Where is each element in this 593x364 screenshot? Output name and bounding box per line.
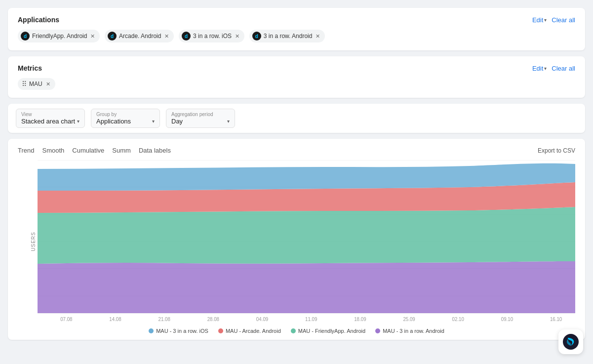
metrics-edit-chevron-icon: ▾ [544,66,547,71]
tag-label-friendly: FriendlyApp. Android [32,33,87,40]
tag-label-arcade: Arcade. Android [119,33,161,40]
applications-actions: Edit ▾ Clear all [532,16,575,24]
svg-text:18.09: 18.09 [354,317,366,322]
view-label: View [21,112,79,117]
tag-icon-3row-ios: d [182,32,191,40]
chart-legend: MAU - 3 in a row. iOS MAU - Arcade. Andr… [18,328,575,334]
tag-icon-3row-android: d [252,32,261,40]
applications-card: Applications Edit ▾ Clear all d Friendly… [8,8,585,50]
svg-text:14.08: 14.08 [109,317,121,322]
tag-label-3row-android: 3 in a row. Android [264,33,313,40]
group-by-dropdown[interactable]: Group by Applications ▾ [91,109,160,128]
chart-tools: Trend Smooth Cumulative Summ Data labels [18,147,171,154]
metrics-tags: ⠿ MAU ✕ [18,78,575,90]
legend-dot-arcade [218,328,223,333]
metrics-edit-button[interactable]: Edit ▾ [532,65,547,72]
view-dropdown[interactable]: View Stacked area chart ▾ [16,109,85,128]
legend-android: MAU - 3 in a row. Android [375,328,444,334]
svg-text:16.10: 16.10 [550,317,562,322]
group-by-value: Applications ▾ [96,118,155,125]
mau-tag-label: MAU [29,81,42,87]
aggregation-value: Day ▾ [171,118,230,125]
cumulative-tool[interactable]: Cumulative [72,147,104,154]
chart-svg: 1 000k 800k 600k 400k 200k 0 07.08 14.08… [38,160,575,323]
legend-friendly: MAU - FriendlyApp. Android [291,328,365,334]
aggregation-label: Aggregation period [171,112,230,117]
legend-label-ios: MAU - 3 in a row. iOS [156,328,208,334]
legend-ios: MAU - 3 in a row. iOS [149,328,208,334]
tag-close-3row-android[interactable]: ✕ [316,33,320,40]
svg-text:28.08: 28.08 [207,317,220,322]
group-by-label: Group by [96,112,155,117]
controls-bar: View Stacked area chart ▾ Group by Appli… [8,104,585,133]
tag-close-friendly[interactable]: ✕ [90,33,95,40]
export-csv-button[interactable]: Export to CSV [538,147,575,154]
aggregation-dropdown[interactable]: Aggregation period Day ▾ [166,109,235,128]
legend-arcade: MAU - Arcade. Android [218,328,281,334]
tag-icon-friendly: d [21,32,30,40]
mau-tag[interactable]: ⠿ MAU ✕ [18,78,55,90]
legend-dot-ios [149,328,154,333]
chart-area-green [38,207,575,264]
legend-dot-friendly [291,328,296,333]
metrics-header: Metrics Edit ▾ Clear all [18,64,575,72]
applications-header: Applications Edit ▾ Clear all [18,16,575,24]
group-by-chevron-icon: ▾ [152,119,155,124]
legend-label-android: MAU - 3 in a row. Android [383,328,444,334]
y-axis-label: USERS [31,232,36,251]
metrics-card: Metrics Edit ▾ Clear all ⠿ MAU ✕ [8,56,585,98]
svg-point-24 [563,334,579,350]
data-labels-tool[interactable]: Data labels [139,147,171,154]
svg-text:25.09: 25.09 [403,317,415,322]
applications-edit-button[interactable]: Edit ▾ [532,16,547,24]
mau-tag-close[interactable]: ✕ [46,81,50,87]
chart-toolbar: Trend Smooth Cumulative Summ Data labels… [18,147,575,154]
legend-dot-android [375,328,380,333]
legend-label-friendly: MAU - FriendlyApp. Android [298,328,365,334]
chart-container: 1 000k 800k 600k 400k 200k 0 07.08 14.08… [38,160,575,323]
tag-3row-android[interactable]: d 3 in a row. Android ✕ [249,30,325,42]
view-chevron-icon: ▾ [77,119,79,124]
metrics-clear-button[interactable]: Clear all [552,65,575,72]
svg-text:09.10: 09.10 [501,317,514,322]
applications-tags: d FriendlyApp. Android ✕ d Arcade. Andro… [18,30,575,42]
chart-wrapper: USERS 1 000k 800k 600k 400k 200k 0 [38,160,575,323]
legend-label-arcade: MAU - Arcade. Android [226,328,281,334]
chart-area-purple [38,261,575,313]
svg-text:21.08: 21.08 [158,317,171,322]
svg-text:02.10: 02.10 [452,317,465,322]
chart-card: Trend Smooth Cumulative Summ Data labels… [8,139,585,340]
view-value: Stacked area chart ▾ [21,118,79,125]
edit-chevron-icon: ▾ [544,17,547,23]
aggregation-chevron-icon: ▾ [227,119,230,124]
metrics-actions: Edit ▾ Clear all [532,65,575,72]
summ-tool[interactable]: Summ [112,147,131,154]
metrics-title: Metrics [18,64,42,72]
tag-icon-arcade: d [108,32,117,40]
svg-text:04.09: 04.09 [256,317,269,322]
tag-close-arcade[interactable]: ✕ [164,33,169,40]
logo-icon [563,334,579,350]
trend-tool[interactable]: Trend [18,147,34,154]
tag-friendly[interactable]: d FriendlyApp. Android ✕ [18,30,100,42]
applications-title: Applications [18,16,59,24]
svg-text:11.09: 11.09 [305,317,317,322]
logo-corner [558,329,583,354]
mau-dots-icon: ⠿ [22,80,27,88]
tag-3row-ios[interactable]: d 3 in a row. iOS ✕ [179,30,244,42]
applications-clear-button[interactable]: Clear all [552,16,575,24]
svg-text:07.08: 07.08 [60,317,73,322]
tag-arcade[interactable]: d Arcade. Android ✕ [105,30,174,42]
smooth-tool[interactable]: Smooth [42,147,64,154]
tag-close-3row-ios[interactable]: ✕ [235,33,239,40]
tag-label-3row-ios: 3 in a row. iOS [193,33,232,40]
